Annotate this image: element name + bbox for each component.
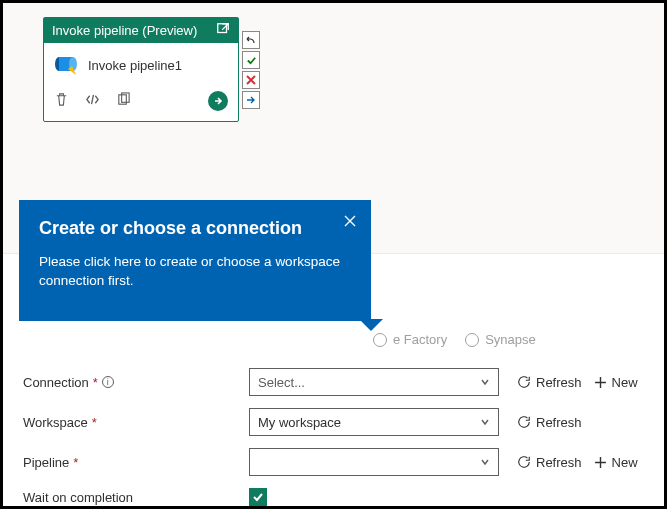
row-pipeline: Pipeline * Refresh New: [3, 442, 664, 482]
run-icon[interactable]: [208, 91, 228, 111]
svg-rect-0: [218, 24, 227, 33]
pipeline-icon: [54, 53, 78, 77]
copy-icon[interactable]: [116, 92, 131, 110]
label-workspace: Workspace: [23, 415, 88, 430]
refresh-connection-button[interactable]: Refresh: [517, 375, 582, 390]
error-icon[interactable]: [242, 71, 260, 89]
row-wait-on-completion: Wait on completion: [3, 482, 664, 509]
target-type-radios: e Factory Synapse: [3, 332, 664, 347]
label-connection: Connection: [23, 375, 89, 390]
radio-synapse[interactable]: Synapse: [465, 332, 536, 347]
new-connection-button[interactable]: New: [594, 375, 638, 390]
row-workspace: Workspace * My workspace Refresh: [3, 402, 664, 442]
delete-icon[interactable]: [54, 92, 69, 110]
activity-header[interactable]: Invoke pipeline (Preview): [44, 18, 238, 43]
close-icon[interactable]: [343, 214, 357, 231]
refresh-workspace-button[interactable]: Refresh: [517, 415, 582, 430]
coachmark-title: Create or choose a connection: [39, 218, 351, 239]
success-icon[interactable]: [242, 51, 260, 69]
wait-checkbox[interactable]: [249, 488, 267, 506]
activity-body: Invoke pipeline1: [44, 43, 238, 85]
radio-icon: [465, 333, 479, 347]
coachmark-body: Please click here to create or choose a …: [39, 253, 351, 291]
canvas-tool-icons: [242, 31, 260, 109]
activity-invoke-pipeline[interactable]: Invoke pipeline (Preview) Invoke pipelin…: [43, 17, 239, 122]
open-external-icon[interactable]: [216, 22, 230, 39]
radio-data-factory[interactable]: e Factory: [373, 332, 447, 347]
label-pipeline: Pipeline: [23, 455, 69, 470]
radio-icon: [373, 333, 387, 347]
chevron-down-icon: [480, 415, 490, 430]
activity-name[interactable]: Invoke pipeline1: [88, 58, 182, 73]
chevron-down-icon: [480, 455, 490, 470]
refresh-pipeline-button[interactable]: Refresh: [517, 455, 582, 470]
undo-icon[interactable]: [242, 31, 260, 49]
required-marker: *: [73, 455, 78, 470]
code-icon[interactable]: [85, 92, 100, 110]
workspace-dropdown[interactable]: My workspace: [249, 408, 499, 436]
connection-dropdown[interactable]: Select...: [249, 368, 499, 396]
coachmark-connection: Create or choose a connection Please cli…: [19, 200, 371, 321]
activity-footer: [44, 85, 238, 121]
required-marker: *: [92, 415, 97, 430]
pipeline-dropdown[interactable]: [249, 448, 499, 476]
label-wait: Wait on completion: [23, 490, 133, 505]
chevron-down-icon: [480, 375, 490, 390]
new-pipeline-button[interactable]: New: [594, 455, 638, 470]
coachmark-beak: [359, 319, 383, 331]
activity-title: Invoke pipeline (Preview): [52, 23, 197, 38]
required-marker: *: [93, 375, 98, 390]
row-connection: Connection * i Select... Refresh New: [3, 362, 664, 402]
skip-icon[interactable]: [242, 91, 260, 109]
info-icon[interactable]: i: [102, 376, 114, 388]
